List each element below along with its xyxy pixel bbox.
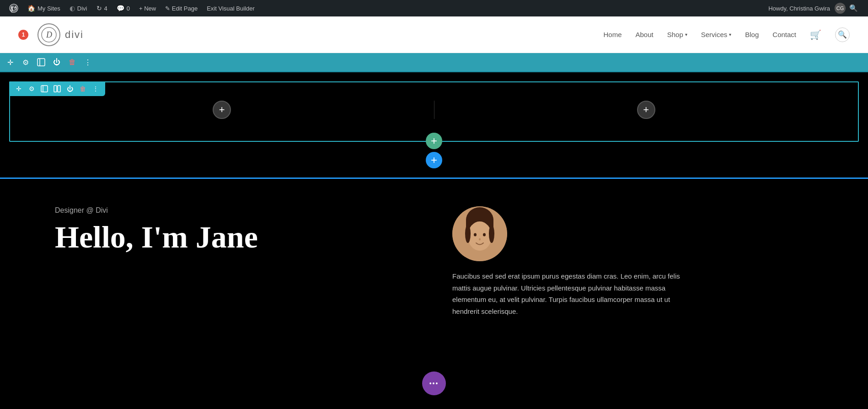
svg-point-14 xyxy=(483,233,486,237)
comments-icon: 💬 xyxy=(117,5,124,12)
howdy-label: Howdy, Christina Gwira xyxy=(768,5,830,12)
site-logo[interactable]: D divi xyxy=(38,23,84,46)
svg-rect-7 xyxy=(54,86,57,92)
nav-blog-label: Blog xyxy=(745,31,759,38)
wordpress-icon xyxy=(9,4,18,13)
header-search-icon[interactable]: 🔍 xyxy=(835,27,850,42)
avatar-svg xyxy=(452,206,507,261)
designer-label: Designer @ Divi xyxy=(55,206,416,215)
nav-contact[interactable]: Contact xyxy=(772,31,796,38)
edit-page-label: ✎ Edit Page xyxy=(165,5,198,12)
exit-visual-builder-item[interactable]: Exit Visual Builder xyxy=(202,0,259,16)
columns-container: + + xyxy=(10,82,858,133)
row-layout-icon xyxy=(41,85,48,92)
fab-button[interactable]: ••• xyxy=(422,371,446,395)
row-toggle-btn[interactable]: ⏻ xyxy=(65,84,75,94)
svg-point-15 xyxy=(479,238,481,241)
services-chevron-icon: ▾ xyxy=(729,32,731,37)
my-sites-label: My Sites xyxy=(38,5,60,12)
outer-delete-btn[interactable]: 🗑 xyxy=(66,56,79,69)
divi-item[interactable]: ◐ Divi xyxy=(65,0,92,16)
nav-about-label: About xyxy=(635,31,653,38)
section-row: ✛ ⚙ ⏻ 🗑 ⋮ + xyxy=(9,81,859,142)
updates-count: 4 xyxy=(104,5,107,12)
row-inner-toolbar: ✛ ⚙ ⏻ 🗑 ⋮ xyxy=(9,81,105,96)
svg-point-12 xyxy=(468,221,492,251)
divi-label: Divi xyxy=(77,5,87,12)
divi-icon: ◐ xyxy=(70,5,75,12)
updates-item[interactable]: ↻ 4 xyxy=(92,0,112,16)
comments-count: 0 xyxy=(127,5,130,12)
outer-more-btn[interactable]: ⋮ xyxy=(81,56,94,69)
row-delete-btn[interactable]: 🗑 xyxy=(78,84,88,94)
outer-move-btn[interactable]: ✛ xyxy=(4,56,16,69)
layout-icon xyxy=(37,58,45,66)
nav-blog[interactable]: Blog xyxy=(745,31,759,38)
nav-contact-label: Contact xyxy=(772,31,796,38)
outer-toggle-btn[interactable]: ⏻ xyxy=(50,56,63,69)
row-settings-btn[interactable]: ⚙ xyxy=(27,84,37,94)
nav-home-label: Home xyxy=(603,31,622,38)
admin-bar: 🏠 My Sites ◐ Divi ↻ 4 💬 0 + New ✎ Edit P… xyxy=(0,0,868,16)
avatar-image xyxy=(452,206,507,261)
wordpress-logo-item[interactable] xyxy=(5,0,23,16)
content-left: Designer @ Divi Hello, I'm Jane xyxy=(55,206,416,254)
nav-shop-label: Shop xyxy=(667,31,683,38)
outer-settings-btn[interactable]: ⚙ xyxy=(19,56,32,69)
logo-circle: D xyxy=(38,23,60,46)
row-move-btn[interactable]: ✛ xyxy=(14,84,24,94)
nav-services-label: Services xyxy=(701,31,728,38)
avatar[interactable]: CG xyxy=(835,3,846,14)
comments-item[interactable]: 💬 0 xyxy=(112,0,134,16)
svg-rect-5 xyxy=(41,86,48,92)
add-module-right-btn[interactable]: + xyxy=(637,101,655,119)
nav-shop[interactable]: Shop ▾ xyxy=(667,31,687,38)
content-right: Faucibus sed sed erat ipsum purus egesta… xyxy=(452,206,813,317)
admin-bar-right: Howdy, Christina Gwira CG 🔍 xyxy=(764,3,863,14)
my-sites-icon: 🏠 xyxy=(27,5,35,12)
add-row-btn[interactable]: + xyxy=(426,133,442,149)
new-label: + New xyxy=(139,5,156,12)
edit-page-item[interactable]: ✎ Edit Page xyxy=(161,0,202,16)
row-layout-btn[interactable] xyxy=(39,84,49,94)
site-nav: Home About Shop ▾ Services ▾ Blog Contac… xyxy=(603,27,850,42)
column-right: + xyxy=(434,101,858,119)
add-section-btn[interactable]: + xyxy=(426,152,442,168)
logo-text: divi xyxy=(65,29,84,41)
row-more-btn[interactable]: ⋮ xyxy=(91,84,101,94)
outer-row-toolbar: ✛ ⚙ ⏻ 🗑 ⋮ xyxy=(0,53,868,72)
outer-layout-btn[interactable] xyxy=(35,56,48,69)
hello-heading: Hello, I'm Jane xyxy=(55,220,416,254)
notification-badge: 1 xyxy=(18,30,28,40)
row-columns-icon xyxy=(54,85,61,92)
svg-rect-8 xyxy=(58,86,60,92)
shop-chevron-icon: ▾ xyxy=(685,32,687,37)
bio-text: Faucibus sed sed erat ipsum purus egesta… xyxy=(452,270,681,317)
builder-area: ✛ ⚙ ⏻ 🗑 ⋮ + xyxy=(0,72,868,179)
svg-rect-3 xyxy=(38,59,45,66)
nav-services[interactable]: Services ▾ xyxy=(701,31,732,38)
exit-visual-builder-label: Exit Visual Builder xyxy=(207,5,255,12)
row-columns-btn[interactable] xyxy=(52,84,62,94)
updates-icon: ↻ xyxy=(96,5,102,12)
fab-dots: ••• xyxy=(429,380,439,387)
column-left: + xyxy=(10,101,434,119)
svg-point-16 xyxy=(465,225,471,243)
add-module-left-btn[interactable]: + xyxy=(213,101,231,119)
cart-icon[interactable]: 🛒 xyxy=(810,29,821,40)
svg-text:D: D xyxy=(46,30,53,39)
site-header: 1 D divi Home About Shop ▾ Services ▾ Bl… xyxy=(0,16,868,53)
divi-logo-icon: D xyxy=(41,27,57,43)
nav-about[interactable]: About xyxy=(635,31,653,38)
search-icon[interactable]: 🔍 xyxy=(848,3,859,14)
content-section: Designer @ Divi Hello, I'm Jane xyxy=(0,179,868,344)
svg-point-13 xyxy=(474,233,477,237)
svg-point-17 xyxy=(489,225,494,243)
my-sites-item[interactable]: 🏠 My Sites xyxy=(23,0,65,16)
nav-home[interactable]: Home xyxy=(603,31,622,38)
new-item[interactable]: + New xyxy=(134,0,161,16)
